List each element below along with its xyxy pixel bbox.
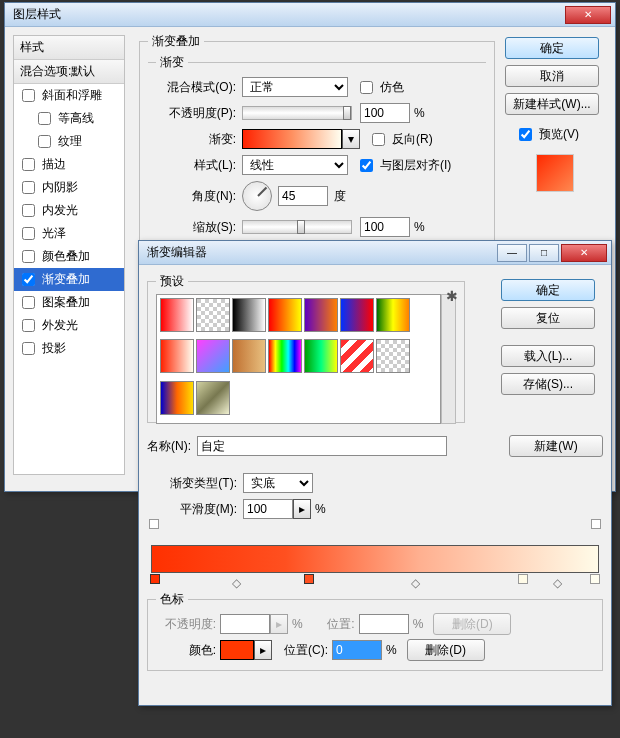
name-input[interactable] [197, 436, 447, 456]
effect-label: 等高线 [58, 110, 94, 127]
effect-item-10[interactable]: 外发光 [14, 314, 124, 337]
effect-checkbox[interactable] [22, 273, 35, 286]
preset-14[interactable] [160, 381, 194, 415]
stop-color-dropdown[interactable]: ▸ [254, 640, 272, 660]
style-select[interactable]: 线性 [242, 155, 348, 175]
stop-color-swatch[interactable] [220, 640, 254, 660]
stop-color-delete-button[interactable]: 删除(D) [407, 639, 485, 661]
midpoint-0[interactable]: ◇ [232, 576, 241, 590]
preset-5[interactable] [340, 298, 374, 332]
scale-slider[interactable] [242, 220, 352, 234]
preset-6[interactable] [376, 298, 410, 332]
effect-checkbox[interactable] [38, 135, 51, 148]
effect-label: 内发光 [42, 202, 78, 219]
effect-item-4[interactable]: 内阴影 [14, 176, 124, 199]
effect-item-11[interactable]: 投影 [14, 337, 124, 360]
effect-checkbox[interactable] [22, 227, 35, 240]
type-select[interactable]: 实底 [243, 473, 313, 493]
opacity-stop-right[interactable] [591, 519, 601, 529]
reverse-checkbox[interactable] [372, 133, 385, 146]
stop-position-c-input[interactable] [332, 640, 382, 660]
preset-15[interactable] [196, 381, 230, 415]
effect-checkbox[interactable] [22, 181, 35, 194]
preview-label: 预览(V) [539, 126, 579, 143]
effect-item-6[interactable]: 光泽 [14, 222, 124, 245]
effect-checkbox[interactable] [22, 158, 35, 171]
color-stop-0[interactable] [150, 574, 160, 584]
smooth-dropdown-icon[interactable]: ▸ [293, 499, 311, 519]
styles-header[interactable]: 样式 [14, 36, 124, 60]
preset-7[interactable] [160, 339, 194, 373]
effect-item-8[interactable]: 渐变叠加 [14, 268, 124, 291]
effect-checkbox[interactable] [22, 250, 35, 263]
ge-close-icon[interactable]: ✕ [561, 244, 607, 262]
preset-11[interactable] [304, 339, 338, 373]
maximize-icon[interactable]: □ [529, 244, 559, 262]
ge-save-button[interactable]: 存储(S)... [501, 373, 595, 395]
close-icon[interactable]: ✕ [565, 6, 611, 24]
opacity-input[interactable] [360, 103, 410, 123]
color-stop-3[interactable] [590, 574, 600, 584]
dither-checkbox[interactable] [360, 81, 373, 94]
stops-group-label: 色标 [156, 591, 188, 608]
preset-2[interactable] [232, 298, 266, 332]
preset-13[interactable] [376, 339, 410, 373]
blend-mode-select[interactable]: 正常 [242, 77, 348, 97]
ge-new-button[interactable]: 新建(W) [509, 435, 603, 457]
preset-10[interactable] [268, 339, 302, 373]
gradient-bar[interactable]: ◇ ◇ ◇ [151, 545, 599, 573]
align-checkbox[interactable] [360, 159, 373, 172]
effect-checkbox[interactable] [22, 296, 35, 309]
effect-checkbox[interactable] [38, 112, 51, 125]
effect-checkbox[interactable] [22, 319, 35, 332]
preset-grid [156, 294, 441, 424]
scale-input[interactable] [360, 217, 410, 237]
preset-3[interactable] [268, 298, 302, 332]
titlebar[interactable]: 图层样式 ✕ [5, 3, 615, 27]
midpoint-1[interactable]: ◇ [411, 576, 420, 590]
sub-group-title: 渐变 [156, 54, 188, 71]
effect-item-7[interactable]: 颜色叠加 [14, 245, 124, 268]
midpoint-2[interactable]: ◇ [553, 576, 562, 590]
color-stop-1[interactable] [304, 574, 314, 584]
preview-checkbox[interactable] [519, 128, 532, 141]
panel-title: 渐变叠加 [148, 33, 204, 50]
gradient-swatch[interactable] [242, 129, 342, 149]
effect-item-1[interactable]: 等高线 [14, 107, 124, 130]
ok-button[interactable]: 确定 [505, 37, 599, 59]
preset-1[interactable] [196, 298, 230, 332]
gradient-label: 渐变: [156, 131, 236, 148]
effect-checkbox[interactable] [22, 89, 35, 102]
gear-icon[interactable]: ✱ [446, 288, 458, 304]
presets-label: 预设 [156, 273, 188, 290]
pct-label-3: % [315, 502, 326, 516]
ge-load-button[interactable]: 载入(L)... [501, 345, 595, 367]
preset-8[interactable] [196, 339, 230, 373]
effect-checkbox[interactable] [22, 342, 35, 355]
preset-4[interactable] [304, 298, 338, 332]
angle-input[interactable] [278, 186, 328, 206]
color-stop-2[interactable] [518, 574, 528, 584]
blend-options-header[interactable]: 混合选项:默认 [14, 60, 124, 84]
opacity-stop-left[interactable] [149, 519, 159, 529]
ge-reset-button[interactable]: 复位 [501, 307, 595, 329]
preset-0[interactable] [160, 298, 194, 332]
opacity-slider[interactable] [242, 106, 352, 120]
preset-9[interactable] [232, 339, 266, 373]
preset-12[interactable] [340, 339, 374, 373]
effect-item-9[interactable]: 图案叠加 [14, 291, 124, 314]
effect-item-0[interactable]: 斜面和浮雕 [14, 84, 124, 107]
effect-checkbox[interactable] [22, 204, 35, 217]
effect-item-2[interactable]: 纹理 [14, 130, 124, 153]
preset-scrollbar[interactable] [441, 294, 456, 424]
smooth-input[interactable] [243, 499, 293, 519]
minimize-icon[interactable]: — [497, 244, 527, 262]
angle-dial[interactable] [242, 181, 272, 211]
effect-item-3[interactable]: 描边 [14, 153, 124, 176]
gradient-dropdown-icon[interactable]: ▾ [342, 129, 360, 149]
effect-item-5[interactable]: 内发光 [14, 199, 124, 222]
ge-titlebar[interactable]: 渐变编辑器 — □ ✕ [139, 241, 611, 265]
new-style-button[interactable]: 新建样式(W)... [505, 93, 599, 115]
ge-ok-button[interactable]: 确定 [501, 279, 595, 301]
cancel-button[interactable]: 取消 [505, 65, 599, 87]
